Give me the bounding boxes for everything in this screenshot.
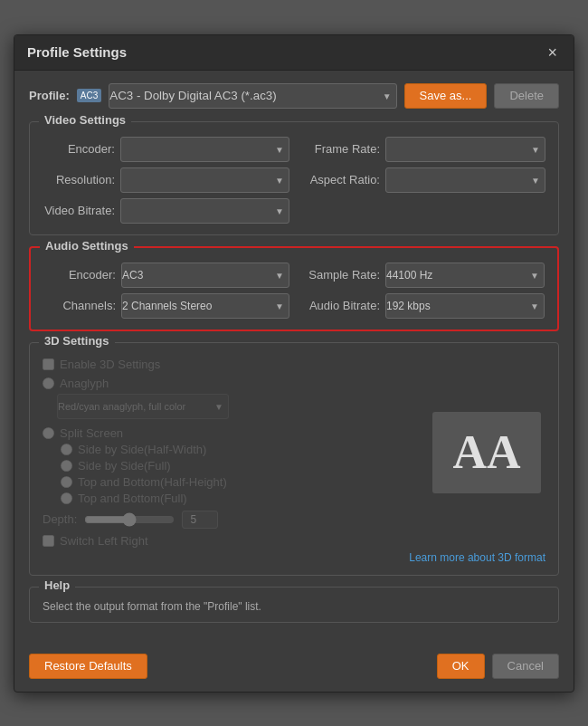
anaglyph-radio[interactable]: [43, 377, 54, 389]
help-title: Help: [39, 578, 75, 592]
audio-encoder-select[interactable]: AC3: [121, 263, 289, 288]
frame-rate-dropdown-wrapper: [385, 137, 545, 162]
video-bitrate-label: Video Bitrate:: [43, 204, 115, 217]
aa-preview: AA: [432, 412, 541, 493]
anaglyph-type-row: Red/cyan anaglyph, full color: [57, 394, 419, 419]
audio-encoder-select-wrapper: AC3: [121, 263, 289, 288]
frame-rate-select[interactable]: [385, 137, 545, 162]
dialog-title: Profile Settings: [27, 44, 127, 60]
aspect-ratio-select[interactable]: [385, 167, 545, 193]
video-settings-content: Encoder: Frame Rate:: [43, 137, 545, 224]
audio-bitrate-label: Audio Bitrate:: [299, 299, 380, 312]
dialog-body: Profile: AC3 AC3 - Dolby Digital AC3 (*.…: [14, 71, 574, 646]
frame-rate-field-row: Frame Rate:: [299, 137, 545, 162]
enable-3d-checkbox[interactable]: [43, 358, 54, 370]
side-by-side-half-item: Side by Side(Half-Width): [61, 443, 419, 456]
depth-label: Depth:: [43, 512, 77, 526]
profile-label: Profile:: [29, 89, 70, 102]
threed-settings-content: Enable 3D Settings Anaglyph Red/cyan ana…: [43, 358, 545, 564]
save-as-button[interactable]: Save as...: [404, 83, 488, 109]
channels-select[interactable]: 2 Channels Stereo: [121, 293, 289, 319]
switch-left-right-item: Switch Left Right: [43, 534, 419, 548]
sample-rate-field-row: Sample Rate: 44100 Hz: [299, 263, 545, 288]
side-by-side-half-label: Side by Side(Half-Width): [78, 443, 206, 456]
resolution-label: Resolution:: [43, 173, 115, 186]
top-bottom-half-label: Top and Bottom(Half-Height): [78, 475, 227, 489]
anaglyph-type-dropdown-wrapper: Red/cyan anaglyph, full color: [57, 394, 229, 419]
channels-dropdown-wrapper: 2 Channels Stereo: [121, 293, 289, 319]
enable-3d-label: Enable 3D Settings: [60, 358, 160, 371]
audio-settings-content: Encoder: AC3 Sample Rate:: [43, 263, 545, 319]
switch-left-right-checkbox[interactable]: [43, 535, 54, 547]
video-settings-title: Video Settings: [39, 113, 131, 127]
depth-input[interactable]: [182, 511, 218, 529]
encoder-label: Encoder:: [43, 142, 115, 156]
profile-settings-dialog: Profile Settings × Profile: AC3 AC3 - Do…: [14, 34, 574, 693]
sample-rate-label: Sample Rate:: [299, 268, 380, 282]
anaglyph-type-select[interactable]: Red/cyan anaglyph, full color: [57, 394, 229, 419]
depth-row: Depth:: [43, 511, 419, 529]
profile-icon: AC3: [77, 89, 101, 102]
video-bitrate-dropdown-wrapper: [120, 198, 289, 224]
profile-dropdown-wrapper: AC3 - Dolby Digital AC3 (*.ac3): [109, 83, 396, 109]
encoder-dropdown-wrapper: [120, 137, 289, 162]
enable-3d-item: Enable 3D Settings: [43, 358, 419, 371]
channels-select-wrapper: 2 Channels Stereo: [121, 293, 289, 319]
profile-select-wrapper: AC3 - Dolby Digital AC3 (*.ac3): [109, 83, 396, 109]
audio-settings-title: Audio Settings: [40, 239, 134, 253]
aspect-ratio-label: Aspect Ratio:: [299, 173, 380, 186]
threed-left-panel: Enable 3D Settings Anaglyph Red/cyan ana…: [43, 358, 419, 548]
video-encoder-select[interactable]: [120, 137, 289, 162]
sample-rate-dropdown-wrapper: 44100 Hz: [385, 263, 545, 288]
audio-bitrate-select[interactable]: 192 kbps: [385, 293, 545, 319]
side-by-side-full-item: Side by Side(Full): [61, 459, 419, 473]
cancel-button[interactable]: Cancel: [492, 654, 559, 679]
sample-rate-select[interactable]: 44100 Hz: [385, 263, 545, 288]
channels-label: Channels:: [43, 299, 116, 312]
learn-more-row: Learn more about 3D format: [43, 551, 545, 564]
sample-rate-select-wrapper: 44100 Hz: [385, 263, 545, 288]
close-button[interactable]: ×: [544, 44, 561, 61]
learn-more-link[interactable]: Learn more about 3D format: [409, 551, 545, 564]
threed-settings-section: 3D Settings Enable 3D Settings Anaglyph: [29, 342, 559, 576]
video-bitrate-select-wrapper: [120, 198, 289, 224]
encoder-field-row: Encoder:: [43, 137, 289, 162]
audio-encoder-dropdown-wrapper: AC3: [121, 263, 289, 288]
encoder-select-wrapper: [120, 137, 289, 162]
audio-encoder-label: Encoder:: [43, 268, 116, 282]
resolution-field-row: Resolution:: [43, 167, 289, 193]
help-section: Help Select the output format from the "…: [29, 587, 559, 623]
video-bitrate-select[interactable]: [120, 198, 289, 224]
side-by-side-full-radio[interactable]: [61, 460, 72, 472]
side-by-side-full-label: Side by Side(Full): [78, 459, 171, 473]
audio-encoder-field-row: Encoder: AC3: [43, 263, 289, 288]
help-text: Select the output format from the "Profi…: [43, 600, 545, 613]
delete-button[interactable]: Delete: [494, 83, 559, 109]
profile-select[interactable]: AC3 - Dolby Digital AC3 (*.ac3): [109, 83, 396, 109]
audio-settings-grid: Encoder: AC3 Sample Rate:: [43, 263, 545, 319]
aspect-ratio-dropdown-wrapper: [385, 167, 545, 193]
top-bottom-full-label: Top and Bottom(Full): [78, 492, 187, 505]
restore-defaults-button[interactable]: Restore Defaults: [29, 654, 147, 679]
resolution-dropdown-wrapper: [120, 167, 289, 193]
top-bottom-half-radio[interactable]: [61, 476, 72, 488]
top-bottom-full-radio[interactable]: [61, 492, 72, 504]
resolution-select[interactable]: [120, 167, 289, 193]
ok-button[interactable]: OK: [437, 654, 485, 679]
threed-right-panel: AA: [428, 358, 545, 548]
dialog-footer: Restore Defaults OK Cancel: [14, 646, 574, 692]
split-screen-radio-item: Split Screen: [43, 426, 419, 440]
side-by-side-half-radio[interactable]: [61, 444, 72, 455]
threed-settings-title: 3D Settings: [39, 334, 115, 348]
profile-row: Profile: AC3 AC3 - Dolby Digital AC3 (*.…: [29, 83, 559, 109]
split-screen-radio[interactable]: [43, 427, 54, 439]
aa-preview-text: AA: [452, 425, 520, 479]
title-bar: Profile Settings ×: [14, 35, 574, 71]
aspect-ratio-select-wrapper: [385, 167, 545, 193]
footer-right-buttons: OK Cancel: [437, 654, 559, 679]
switch-left-right-label: Switch Left Right: [60, 534, 148, 548]
anaglyph-radio-item: Anaglyph: [43, 377, 419, 390]
split-screen-subgroup: Side by Side(Half-Width) Side by Side(Fu…: [61, 443, 419, 505]
depth-slider[interactable]: [84, 512, 175, 527]
video-settings-grid: Encoder: Frame Rate:: [43, 137, 545, 224]
